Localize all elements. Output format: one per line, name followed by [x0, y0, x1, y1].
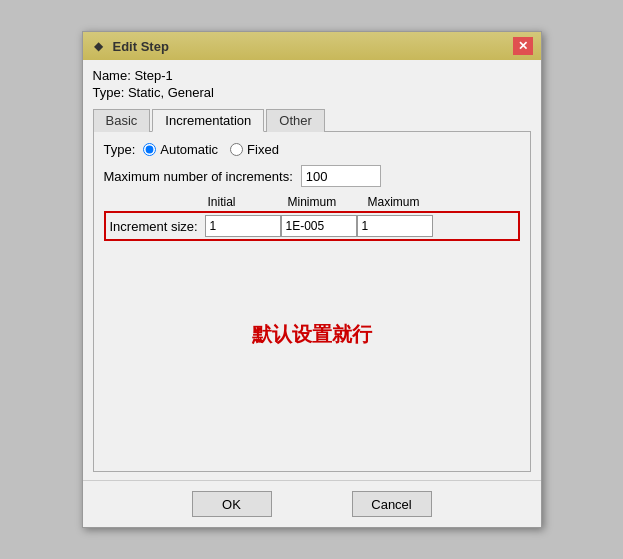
radio-fixed-input[interactable] [230, 143, 243, 156]
increment-row: Increment size: [104, 211, 520, 241]
window-content: Name: Step-1 Type: Static, General Basic… [83, 60, 541, 480]
type-label: Type: [93, 85, 125, 100]
radio-fixed-label: Fixed [247, 142, 279, 157]
radio-automatic-label: Automatic [160, 142, 218, 157]
cancel-button[interactable]: Cancel [352, 491, 432, 517]
title-bar: ◆ Edit Step ✕ [83, 32, 541, 60]
type-radio-group: Automatic Fixed [143, 142, 279, 157]
name-value: Step-1 [134, 68, 172, 83]
type-row: Type: Static, General [93, 85, 531, 100]
window-title: Edit Step [113, 39, 169, 54]
initial-input[interactable] [205, 215, 281, 237]
max-increments-row: Maximum number of increments: [104, 165, 520, 187]
increment-size-label: Increment size: [110, 219, 205, 234]
type-form-label: Type: [104, 142, 136, 157]
radio-automatic[interactable]: Automatic [143, 142, 218, 157]
type-form-row: Type: Automatic Fixed [104, 142, 520, 157]
bottom-bar: OK Cancel [83, 480, 541, 527]
maximum-input[interactable] [357, 215, 433, 237]
type-value: Static, General [128, 85, 214, 100]
tab-other[interactable]: Other [266, 109, 325, 132]
chinese-note: 默认设置就行 [104, 321, 520, 348]
window-icon: ◆ [91, 38, 107, 54]
name-label: Name: [93, 68, 131, 83]
increment-headers: Initial Minimum Maximum [204, 195, 520, 209]
radio-fixed[interactable]: Fixed [230, 142, 279, 157]
max-increments-label: Maximum number of increments: [104, 169, 293, 184]
title-bar-left: ◆ Edit Step [91, 38, 169, 54]
minimum-input[interactable] [281, 215, 357, 237]
tab-content: Type: Automatic Fixed Maximum number of … [93, 132, 531, 472]
col-header-initial: Initial [204, 195, 284, 209]
increment-inputs [205, 215, 433, 237]
edit-step-dialog: ◆ Edit Step ✕ Name: Step-1 Type: Static,… [82, 31, 542, 528]
close-button[interactable]: ✕ [513, 37, 533, 55]
tab-basic[interactable]: Basic [93, 109, 151, 132]
increment-section: Initial Minimum Maximum Increment size: [104, 195, 520, 241]
col-header-minimum: Minimum [284, 195, 364, 209]
col-header-maximum: Maximum [364, 195, 444, 209]
name-row: Name: Step-1 [93, 68, 531, 83]
radio-automatic-input[interactable] [143, 143, 156, 156]
max-increments-input[interactable] [301, 165, 381, 187]
tab-incrementation[interactable]: Incrementation [152, 109, 264, 132]
tabs-container: Basic Incrementation Other [93, 108, 531, 132]
ok-button[interactable]: OK [192, 491, 272, 517]
